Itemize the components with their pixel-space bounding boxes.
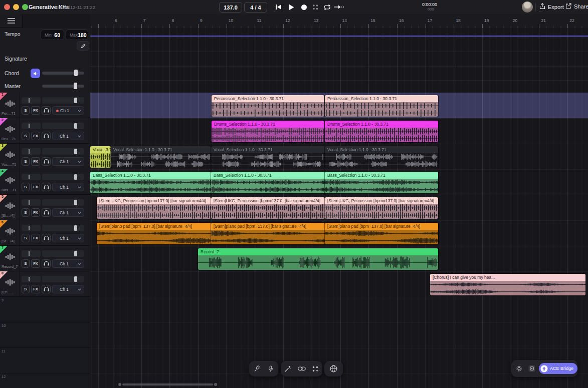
globe-icon[interactable]	[327, 362, 340, 375]
track-header-2[interactable]: 2 Dru....71 S FX Ch 1	[0, 118, 90, 144]
avatar[interactable]	[522, 2, 533, 13]
channel-select[interactable]: Ch 1	[52, 132, 84, 140]
empty-track-slot-12[interactable]: 12	[0, 373, 90, 388]
window-minimize-button[interactable]	[13, 4, 19, 10]
volume-slider[interactable]	[42, 199, 84, 206]
microphone-icon[interactable]	[250, 362, 263, 375]
play-button[interactable]	[286, 3, 296, 12]
track-header-8[interactable]: 8 [Ch...... S FX Ch 1	[0, 271, 90, 297]
pan-slider[interactable]	[22, 199, 41, 206]
volume-slider[interactable]	[42, 123, 84, 129]
audio-clip[interactable]: Bass_Selection 1.1.0 - 30.3.71	[325, 172, 438, 193]
record-button[interactable]	[299, 3, 309, 12]
channel-select[interactable]: Ch 1	[52, 234, 84, 242]
grid-dots-icon[interactable]	[310, 3, 320, 12]
monitor-button[interactable]	[42, 183, 51, 191]
skip-to-start-button[interactable]	[273, 3, 283, 12]
arrangement-canvas[interactable]: Percussion_Selection 1.1.0 - 30.3.71 Per…	[90, 28, 588, 388]
volume-slider[interactable]	[42, 174, 84, 180]
pan-slider[interactable]	[22, 276, 41, 282]
audio-clip[interactable]: Vocal_Selection 1.1.0 - 30.3.71	[111, 146, 211, 168]
settings-gear-icon[interactable]	[513, 362, 525, 375]
vocal-record-icon[interactable]	[264, 362, 277, 375]
channel-select[interactable]: Ch 1	[52, 259, 84, 268]
audio-clip[interactable]: [Stem]piano pad [bpm=137.0] [bar signatu…	[325, 223, 438, 244]
track-header-7[interactable]: 7 Record_7 S FX Ch 1	[0, 246, 90, 271]
window-maximize-button[interactable]	[22, 4, 28, 10]
audio-clip[interactable]: Percussion_Selection 1.1.0 - 30.3.71	[325, 95, 438, 117]
audio-clip[interactable]: [Chorus] I can give you my hea...	[430, 274, 585, 295]
audio-clip[interactable]: Vocal_Selection 1.1.0 - 30.3.71	[211, 146, 325, 168]
tempo-max-field[interactable]: Max 180	[66, 30, 88, 40]
pan-slider[interactable]	[22, 148, 41, 155]
audio-clip[interactable]: [Stem]UKG, Percussion [bpm=137.0] [bar s…	[325, 197, 438, 219]
pan-slider[interactable]	[22, 123, 41, 129]
share-button[interactable]: Share	[565, 3, 588, 10]
solo-button[interactable]: S	[22, 208, 30, 217]
solo-button[interactable]: S	[22, 106, 30, 115]
monitor-button[interactable]	[42, 285, 51, 293]
empty-track-slot-11[interactable]: 11	[0, 348, 90, 373]
monitor-button[interactable]	[42, 208, 51, 217]
audio-clip[interactable]: [Stem]UKG, Percussion [bpm=137.0] [bar s…	[97, 197, 211, 219]
volume-slider[interactable]	[42, 148, 84, 155]
audio-clip[interactable]: Voca...3.71	[90, 146, 111, 168]
track-header-4[interactable]: 4 Bas....71 S FX Ch 1	[0, 169, 90, 195]
window-close-button[interactable]	[4, 4, 10, 10]
manual-book-icon[interactable]	[526, 362, 537, 375]
loop-toggle-button[interactable]	[322, 3, 332, 12]
fx-button[interactable]: FX	[31, 157, 40, 166]
monitor-button[interactable]	[42, 106, 51, 115]
follow-playhead-button[interactable]	[334, 3, 344, 12]
channel-select[interactable]: Ch 1	[52, 157, 84, 166]
chord-volume-slider[interactable]	[42, 72, 84, 75]
audio-clip[interactable]: Bass_Selection 1.1.0 - 30.3.71	[211, 172, 325, 193]
pan-slider[interactable]	[22, 97, 41, 104]
monitor-button[interactable]	[42, 234, 51, 242]
link-icon[interactable]	[295, 362, 308, 375]
audio-clip[interactable]: Drums_Selection 1.1.0 - 30.3.71	[212, 121, 324, 142]
solo-button[interactable]: S	[22, 259, 30, 268]
audio-clip[interactable]: Record_7	[198, 248, 438, 270]
tempo-edit-button[interactable]	[77, 41, 89, 51]
monitor-button[interactable]	[42, 157, 51, 166]
pan-slider[interactable]	[22, 225, 41, 231]
bpm-display[interactable]: 137.0	[219, 2, 242, 13]
volume-slider[interactable]	[42, 97, 84, 104]
magic-wand-icon[interactable]	[281, 362, 294, 375]
chord-mute-button[interactable]	[31, 69, 40, 78]
track-header-6[interactable]: 6 [St..../4] S FX Ch 1	[0, 220, 90, 246]
audio-clip[interactable]: Vocal_Selection 1.1.0 - 30.3.71	[325, 146, 438, 168]
master-volume-slider[interactable]	[42, 85, 84, 88]
fx-button[interactable]: FX	[31, 106, 40, 115]
menu-button[interactable]	[0, 14, 23, 28]
volume-slider[interactable]	[42, 276, 84, 282]
solo-button[interactable]: S	[22, 234, 30, 242]
solo-button[interactable]: S	[22, 183, 30, 191]
track-header-3[interactable]: 3 Voc....71 S FX Ch 1	[0, 144, 90, 169]
channel-select[interactable]: Ch 1	[52, 106, 84, 115]
timeline-ruler[interactable]: 678910111213141516171819202122	[90, 14, 588, 29]
fx-button[interactable]: FX	[31, 208, 40, 217]
volume-slider[interactable]	[42, 250, 84, 257]
channel-select[interactable]: Ch 1	[52, 183, 84, 191]
time-signature-display[interactable]: 4 / 4	[244, 2, 267, 13]
tempo-automation-line[interactable]	[90, 36, 588, 37]
fx-button[interactable]: FX	[31, 183, 40, 191]
audio-clip[interactable]: Bass_Selection 1.1.0 - 30.3.71	[90, 172, 211, 193]
channel-select[interactable]: Ch 1	[52, 285, 84, 293]
add-elements-icon[interactable]	[309, 362, 322, 375]
audio-clip[interactable]: [Stem]UKG, Percussion [bpm=137.0] [bar s…	[211, 197, 325, 219]
fx-button[interactable]: FX	[31, 259, 40, 268]
fx-button[interactable]: FX	[31, 234, 40, 242]
empty-track-slot-10[interactable]: 10	[0, 322, 90, 348]
audio-clip[interactable]: [Stem]piano pad [bpm=137.0] [bar signatu…	[211, 223, 325, 244]
channel-select[interactable]: Ch 1	[52, 208, 84, 217]
empty-track-slot-9[interactable]: 9	[0, 297, 90, 322]
export-button[interactable]: Export	[539, 3, 564, 11]
solo-button[interactable]: S	[22, 157, 30, 166]
track-header-1[interactable]: 1 Per....71 S FX Ch 1	[0, 93, 90, 118]
horizontal-scrollbar[interactable]	[118, 382, 218, 386]
monitor-button[interactable]	[42, 132, 51, 140]
monitor-button[interactable]	[42, 259, 51, 268]
